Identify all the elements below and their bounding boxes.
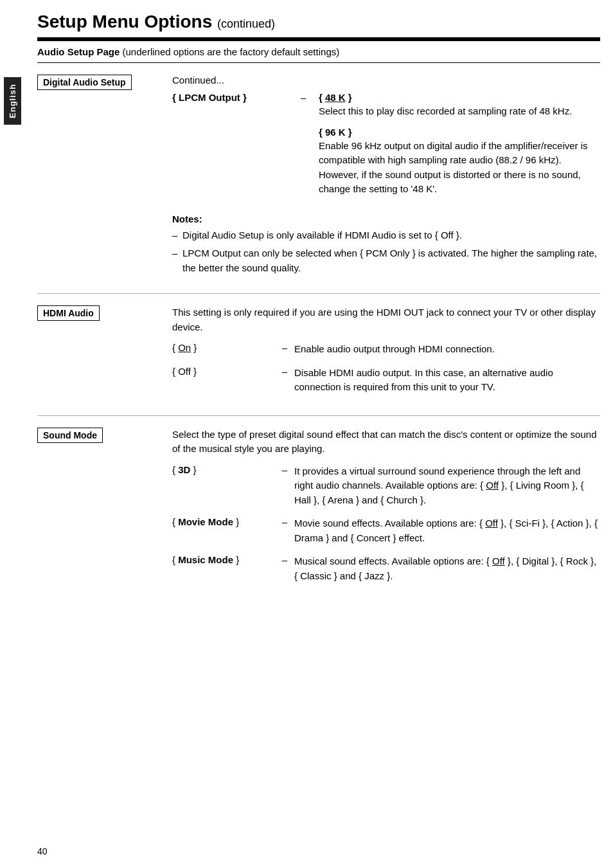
sound-movie-dash: –	[275, 516, 294, 527]
title-text: Setup Menu Options	[37, 12, 212, 32]
sound-mode-label-col: Sound Mode	[37, 416, 166, 604]
note-item-2: LPCM Output can only be selected when { …	[172, 246, 600, 275]
sound-movie-option: { Movie Mode } – Movie sound effects. Av…	[172, 516, 600, 545]
digital-audio-setup-label: Digital Audio Setup	[37, 75, 132, 90]
lpcm-48k-label: { 48 K }	[319, 92, 600, 103]
page-wrapper: English Setup Menu Options (continued) A…	[0, 0, 613, 868]
sound-3d-option: { 3D } – It provides a virtual surround …	[172, 464, 600, 508]
note-item-1: Digital Audio Setup is only available if…	[172, 228, 600, 243]
sound-mode-intro: Select the type of preset digital sound …	[172, 428, 600, 457]
audio-setup-header: Audio Setup Page (underlined options are…	[37, 39, 600, 63]
sound-music-desc: Musical sound effects. Available options…	[294, 554, 600, 583]
hdmi-off-option: { Off } – Disable HDMI audio output. In …	[172, 366, 600, 395]
lpcm-48k-desc: Select this to play disc recorded at sam…	[319, 104, 600, 119]
sound-music-option: { Music Mode } – Musical sound effects. …	[172, 554, 600, 583]
sidebar: English	[0, 0, 24, 868]
hdmi-on-key: { On }	[172, 342, 275, 353]
sound-mode-content: Select the type of preset digital sound …	[166, 416, 600, 604]
hdmi-off-key: { Off }	[172, 366, 275, 377]
sound-3d-desc: It provides a virtual surround sound exp…	[294, 464, 600, 508]
digital-audio-setup-label-col: Digital Audio Setup	[37, 63, 166, 293]
title-continued: (continued)	[217, 17, 275, 30]
audio-setup-header-text: Audio Setup Page (underlined options are…	[37, 46, 339, 57]
sound-mode-label: Sound Mode	[37, 428, 103, 443]
sidebar-label: English	[4, 77, 21, 125]
hdmi-on-desc: Enable audio output through HDMI connect…	[294, 342, 600, 357]
hdmi-off-dash: –	[275, 366, 294, 377]
hdmi-audio-label-col: HDMI Audio	[37, 294, 166, 415]
sound-movie-key: { Movie Mode }	[172, 516, 275, 527]
hdmi-audio-intro: This setting is only required if you are…	[172, 305, 600, 334]
notes-section: Notes: Digital Audio Setup is only avail…	[172, 213, 600, 276]
hdmi-off-desc: Disable HDMI audio output. In this case,…	[294, 366, 600, 395]
page-number: 40	[37, 846, 48, 856]
lpcm-96k-option: { 96 K } Enable 96 kHz output on digital…	[319, 127, 600, 197]
lpcm-row: { LPCM Output } – { 48 K } Select this t…	[172, 92, 600, 204]
lpcm-dash: –	[301, 92, 319, 103]
lpcm-48k-option: { 48 K } Select this to play disc record…	[319, 92, 600, 119]
lpcm-96k-desc: Enable 96 kHz output on digital audio if…	[319, 139, 600, 197]
sound-movie-desc: Movie sound effects. Available options a…	[294, 516, 600, 545]
lpcm-96k-label: { 96 K }	[319, 127, 600, 138]
page-title: Setup Menu Options (continued)	[37, 0, 600, 39]
hdmi-on-option: { On } – Enable audio output through HDM…	[172, 342, 600, 357]
sound-3d-dash: –	[275, 464, 294, 475]
hdmi-audio-content: This setting is only required if you are…	[166, 294, 600, 415]
lpcm-options: { 48 K } Select this to play disc record…	[319, 92, 600, 204]
content-grid: Digital Audio Setup Continued... { LPCM …	[37, 63, 600, 604]
hdmi-on-dash: –	[275, 342, 294, 353]
sound-music-key: { Music Mode }	[172, 554, 275, 565]
hdmi-audio-label: HDMI Audio	[37, 305, 100, 321]
lpcm-key: { LPCM Output }	[172, 92, 301, 103]
sound-3d-key: { 3D }	[172, 464, 275, 475]
digital-audio-setup-content: Continued... { LPCM Output } – { 48 K } …	[166, 63, 600, 293]
notes-title: Notes:	[172, 213, 600, 224]
continued-text: Continued...	[172, 75, 600, 86]
lpcm-output-block: { LPCM Output } – { 48 K } Select this t…	[172, 92, 600, 204]
main-content: Setup Menu Options (continued) Audio Set…	[24, 0, 613, 629]
sound-music-dash: –	[275, 554, 294, 565]
